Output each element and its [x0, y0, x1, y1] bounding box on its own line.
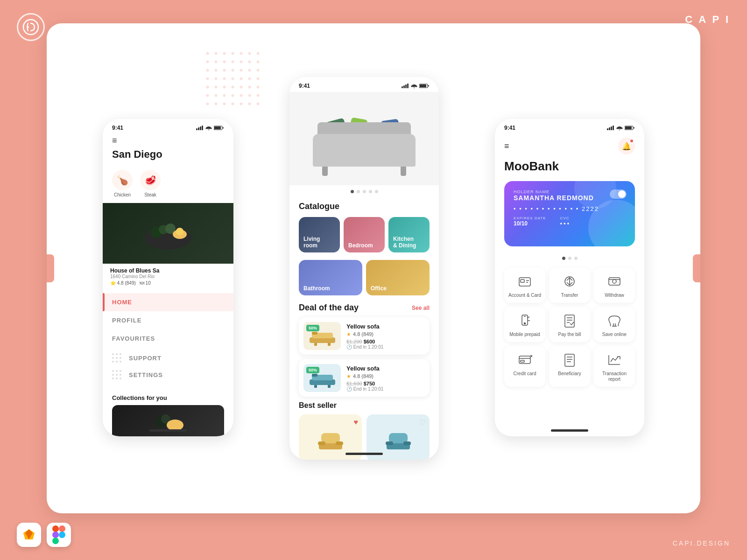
card-dot-1[interactable]: [562, 257, 565, 260]
sketch-icon: [17, 523, 41, 547]
nav-support[interactable]: SUPPORT: [129, 355, 162, 362]
beneficiary-label: Beneficiary: [558, 371, 581, 377]
venue-name: House of Blues Sa: [110, 267, 226, 274]
svg-rect-9: [52, 538, 59, 544]
svg-rect-42: [328, 343, 331, 346]
action-withdraw[interactable]: Withdraw: [594, 267, 635, 303]
dot-4[interactable]: [369, 190, 372, 193]
capi-design-label: CAPI.DESIGN: [673, 539, 730, 547]
category-chicken[interactable]: 🍗 Chicken: [112, 170, 133, 197]
beneficiary-icon: [561, 351, 578, 368]
action-account-card[interactable]: Account & Card: [504, 267, 545, 303]
svg-rect-13: [196, 128, 197, 130]
category-steak[interactable]: 🥩 Steak: [140, 170, 161, 197]
living-room-label: Living room: [303, 236, 335, 249]
notification-bell[interactable]: 🔔: [618, 138, 635, 154]
hamburger-icon[interactable]: ≡: [112, 136, 224, 146]
phone-3-bank: 9:41 ≡ 🔔 MooBank HOLDER NAME SAMANTHA RE…: [495, 119, 644, 436]
svg-rect-8: [52, 532, 59, 538]
svg-rect-57: [609, 127, 610, 130]
svg-rect-70: [609, 278, 620, 285]
phone1-home-indicator: [149, 429, 187, 432]
svg-rect-16: [202, 126, 203, 130]
svg-rect-50: [318, 441, 325, 445]
nav-favourites[interactable]: FAVOURITES: [103, 329, 233, 348]
cat-office[interactable]: Office: [366, 260, 430, 295]
deal-img-1: 50%: [303, 322, 341, 350]
dot-1[interactable]: [351, 190, 354, 193]
cat-bedroom[interactable]: Bedroom: [344, 217, 385, 252]
deal-header: Deal of the day See all: [299, 303, 430, 313]
cvc-value: • • •: [560, 220, 570, 227]
withdraw-icon: [606, 273, 623, 290]
svg-rect-19: [214, 126, 221, 129]
kitchen-label: Kitchen& Dining: [393, 236, 416, 249]
action-transaction-report[interactable]: Transaction report: [594, 346, 635, 387]
nav-profile[interactable]: PROFILE: [103, 311, 233, 329]
deal-rating-1: ★ 4.8 (849): [346, 331, 425, 337]
deal-item-1[interactable]: 50% Yellow sofa ★ 4.8 (849): [299, 317, 430, 355]
see-all-button[interactable]: See all: [412, 305, 430, 311]
heart-icon-2[interactable]: ♡: [419, 418, 426, 427]
svg-rect-37: [428, 85, 429, 87]
deal-timer-2: 🕐 End in 1:20:01: [346, 386, 425, 392]
price-old-2: $1,600: [346, 381, 362, 386]
action-beneficiary[interactable]: Beneficiary: [549, 346, 590, 387]
price-new-2: $750: [364, 381, 375, 386]
phone3-menu-icon[interactable]: ≡: [504, 141, 509, 151]
deal-item-2[interactable]: 50% Yellow sofa ★ 4.8 (849): [299, 359, 430, 397]
report-icon: [606, 351, 623, 368]
account-card-label: Account & Card: [508, 293, 541, 298]
svg-rect-30: [402, 86, 403, 88]
svg-rect-51: [336, 441, 343, 445]
notification-badge: [629, 139, 634, 143]
svg-rect-40: [312, 332, 317, 335]
phone1-status-icons: [196, 126, 224, 130]
svg-rect-65: [521, 280, 524, 282]
account-card-icon: [516, 273, 533, 290]
collections-title: Collections for you: [112, 394, 224, 401]
cat-living-room[interactable]: Living room: [299, 217, 340, 252]
svg-rect-33: [407, 84, 409, 88]
dot-2[interactable]: [357, 190, 360, 193]
card-dot-3[interactable]: [574, 257, 578, 260]
svg-rect-32: [405, 84, 407, 88]
card-dot-2[interactable]: [568, 257, 571, 260]
action-credit-card[interactable]: Credit card: [504, 346, 545, 387]
chicken-label: Chicken: [114, 192, 131, 197]
svg-rect-6: [52, 525, 59, 532]
nav-settings[interactable]: SETTINGS: [129, 371, 163, 378]
svg-rect-47: [328, 385, 331, 388]
svg-rect-58: [611, 126, 612, 130]
action-transfer[interactable]: Transfer: [549, 267, 590, 303]
main-container: 9:41 ≡ San Diego 🍗 Chicken 🥩 Steak: [47, 23, 700, 513]
expires-field: EXPIRES DATE 10/10: [514, 216, 546, 227]
office-label: Office: [371, 285, 387, 292]
heart-icon-1[interactable]: ♥: [354, 418, 359, 427]
action-mobile-prepaid[interactable]: Mobile prepaid: [504, 307, 545, 342]
svg-point-10: [59, 532, 65, 538]
dot-5[interactable]: [375, 190, 378, 193]
bank-card[interactable]: HOLDER NAME SAMANTHA REDMOND • • • • • •…: [504, 181, 635, 246]
cat-bathroom[interactable]: Bathroom: [299, 260, 362, 295]
category-grid-2: Bathroom Office: [299, 260, 430, 295]
phone3-status-icons: [607, 126, 635, 130]
svg-point-71: [613, 280, 616, 283]
deal-badge-2: 50%: [306, 367, 319, 373]
svg-rect-36: [420, 84, 426, 87]
report-label: Transaction report: [596, 371, 633, 382]
action-save-online[interactable]: Save online: [594, 307, 635, 342]
dot-pattern-1: [205, 51, 261, 107]
phone-2-catalogue: 9:41: [289, 77, 439, 460]
svg-rect-46: [314, 385, 317, 388]
phone2-status-bar: 9:41: [289, 77, 439, 92]
svg-rect-56: [607, 128, 608, 130]
cat-kitchen[interactable]: Kitchen& Dining: [388, 217, 430, 252]
action-pay-bill[interactable]: Pay the bill: [549, 307, 590, 342]
venue-count: 🍽 10: [140, 280, 151, 286]
deal-label: Deal of the day: [299, 303, 359, 313]
phone2-home-indicator: [345, 453, 383, 455]
dot-3[interactable]: [363, 190, 366, 193]
capi-logo: [17, 13, 45, 41]
nav-home[interactable]: HOME: [103, 293, 233, 311]
